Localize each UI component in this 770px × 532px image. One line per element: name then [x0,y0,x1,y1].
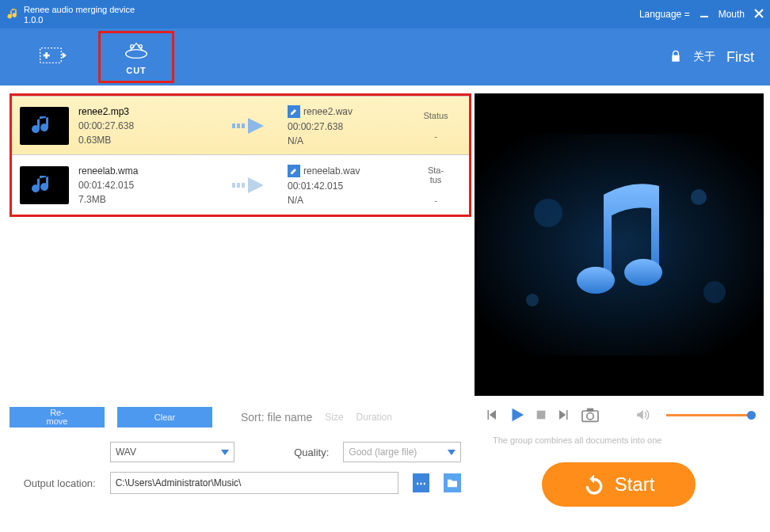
format-select[interactable]: WAV [110,442,234,462]
svg-point-5 [131,45,134,48]
lock-icon[interactable] [669,50,682,65]
preview-pane [471,86,770,434]
app-version: 1.0.0 [24,15,135,25]
app-title: Renee audio merging device [24,5,135,14]
file-name: renee2.mp3 [78,106,221,117]
volume-slider[interactable] [666,414,754,416]
play-icon[interactable] [508,406,525,424]
file-duration: 00:00:27.638 [78,120,221,131]
prev-icon[interactable] [484,408,498,422]
output-duration: 00:00:27.638 [288,121,406,132]
file-name: reneelab.wma [78,165,221,177]
svg-rect-7 [232,124,235,128]
title-bar: Renee audio merging device 1.0.0 Languag… [0,0,770,28]
more-button[interactable]: ⋯ [413,473,430,492]
status-header: Sta- tus [416,165,456,184]
app-icon [6,7,21,21]
svg-rect-13 [477,134,762,355]
player-controls [475,396,764,434]
svg-point-14 [534,199,562,227]
svg-rect-3 [44,55,50,57]
next-icon[interactable] [557,408,571,422]
svg-rect-10 [232,183,235,188]
chevron-down-icon [221,450,229,455]
file-row[interactable]: reneelab.wma 00:01:42.015 7.3MB reneelab… [12,155,469,215]
list-controls: Re- move Clear Sort: file name Size Dura… [10,401,471,434]
edit-icon[interactable] [288,165,300,177]
file-size: 7.3MB [78,194,221,205]
status-value: - [416,131,456,141]
svg-point-6 [139,45,142,48]
svg-rect-9 [242,124,245,128]
svg-rect-23 [587,408,593,412]
about-link[interactable]: 关于 [693,50,715,64]
svg-point-19 [624,259,662,286]
merge-hint: The group combines all documents into on… [477,435,661,445]
output-duration: 00:01:42.015 [288,180,406,192]
arrow-icon [231,116,278,135]
minimize-button[interactable] [699,9,709,21]
output-settings: WAV Quality: Good (large file) Output lo… [10,434,461,526]
file-thumbnail [20,107,69,145]
svg-rect-0 [700,16,708,17]
close-button[interactable] [754,9,764,21]
output-path-input[interactable] [110,472,398,494]
file-thumbnail [20,166,69,204]
svg-rect-8 [237,124,240,128]
svg-point-18 [577,267,615,294]
browse-button[interactable] [444,473,461,492]
edit-icon[interactable] [288,105,300,118]
start-area: The group combines all documents into on… [477,434,760,526]
preview-area [475,93,764,396]
camera-icon[interactable] [581,407,600,423]
file-size: 0.63MB [78,135,221,146]
file-duration: 00:01:42.015 [78,180,221,191]
remove-button[interactable]: Re- move [10,407,105,428]
volume-icon[interactable] [635,408,650,422]
sort-size-option[interactable]: Size [325,412,343,423]
svg-rect-11 [237,183,240,188]
mouth-label: Mouth [719,9,745,20]
output-location-label: Output location: [10,477,96,489]
stop-icon[interactable] [535,408,547,421]
first-link[interactable]: First [726,49,754,66]
quality-label: Quality: [294,446,329,458]
toolbar: CUT 关于 First [0,28,770,86]
svg-rect-20 [537,411,546,420]
sort-duration-option[interactable]: Duration [356,412,392,423]
file-list: renee2.mp3 00:00:27.638 0.63MB renee2.wa… [10,93,471,217]
cut-button[interactable]: CUT [98,31,174,83]
status-value: - [416,196,456,205]
start-button[interactable]: Start [542,462,696,507]
cut-label: CUT [126,66,147,75]
output-name: renee2.wav [303,106,353,117]
language-label[interactable]: Language = [639,9,690,20]
output-size: N/A [288,135,406,146]
arrow-icon [231,176,278,195]
file-list-pane: renee2.mp3 00:00:27.638 0.63MB renee2.wa… [0,86,471,434]
svg-point-4 [126,50,147,59]
chevron-down-icon [448,450,456,455]
add-file-button[interactable] [16,31,92,83]
file-row[interactable]: renee2.mp3 00:00:27.638 0.63MB renee2.wa… [12,96,469,155]
sort-label[interactable]: Sort: file name [241,411,312,424]
clear-button[interactable]: Clear [117,407,212,428]
svg-point-15 [691,189,707,205]
svg-point-22 [587,413,593,420]
quality-select[interactable]: Good (large file) [343,442,461,462]
svg-point-17 [526,294,539,306]
output-size: N/A [288,195,406,206]
svg-rect-12 [242,183,245,188]
output-name: reneelab.wav [303,165,360,177]
status-header: Status [416,111,456,120]
svg-point-16 [703,281,726,303]
